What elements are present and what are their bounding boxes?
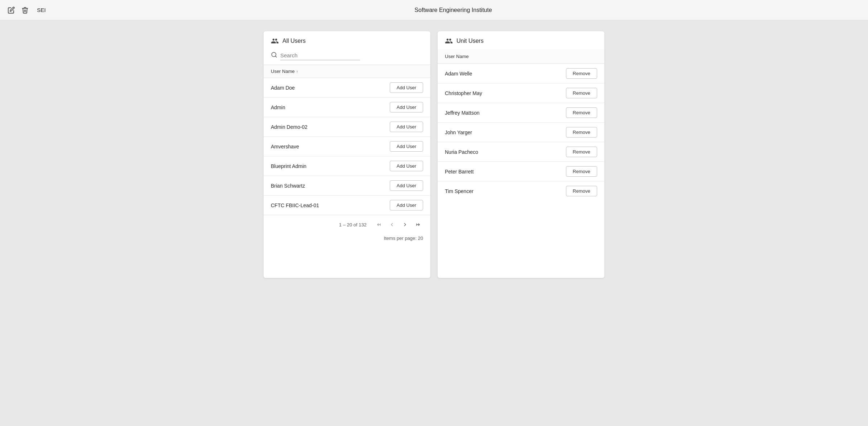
edit-icon[interactable] xyxy=(7,6,15,14)
add-user-button[interactable]: Add User xyxy=(390,200,423,210)
table-row: Amvershave Add User xyxy=(264,137,430,156)
user-name: Admin Demo-02 xyxy=(271,124,307,130)
all-users-icon xyxy=(271,37,279,45)
unit-users-panel: Unit Users User Name Adam Welle Remove C… xyxy=(438,31,604,278)
search-area xyxy=(264,49,430,65)
sort-asc-icon: ↑ xyxy=(296,69,298,74)
all-users-panel: All Users User Name ↑ Adam Doe Add User xyxy=(264,31,430,278)
user-name: Admin xyxy=(271,105,285,110)
user-name: John Yarger xyxy=(445,130,472,135)
user-name: CFTC FBIIC-Lead-01 xyxy=(271,202,319,208)
items-per-page: Items per page: 20 xyxy=(264,234,430,245)
org-label: SEI xyxy=(37,7,46,13)
add-user-button[interactable]: Add User xyxy=(390,102,423,112)
unit-users-title: Unit Users xyxy=(456,38,484,44)
table-row: Peter Barrett Remove xyxy=(438,162,604,181)
first-page-icon[interactable] xyxy=(374,220,384,230)
table-row: Brian Schwartz Add User xyxy=(264,176,430,196)
prev-page-icon[interactable] xyxy=(387,220,397,230)
next-page-icon[interactable] xyxy=(400,220,410,230)
add-user-button[interactable]: Add User xyxy=(390,122,423,132)
search-icon xyxy=(271,52,277,60)
table-row: Admin Add User xyxy=(264,98,430,117)
table-row: Admin Demo-02 Add User xyxy=(264,117,430,137)
user-name: Adam Welle xyxy=(445,71,472,77)
user-name: Christopher May xyxy=(445,90,482,96)
user-name: Amvershave xyxy=(271,144,299,149)
topbar-actions: SEI xyxy=(7,6,46,14)
table-row: Tim Spencer Remove xyxy=(438,181,604,201)
remove-user-button[interactable]: Remove xyxy=(566,107,597,118)
add-user-button[interactable]: Add User xyxy=(390,82,423,93)
add-user-button[interactable]: Add User xyxy=(390,161,423,171)
main-content: All Users User Name ↑ Adam Doe Add User xyxy=(0,20,868,289)
remove-user-button[interactable]: Remove xyxy=(566,68,597,79)
all-users-table: Adam Doe Add User Admin Add User Admin D… xyxy=(264,78,430,215)
unit-col-header: User Name xyxy=(438,49,604,64)
table-row: Adam Welle Remove xyxy=(438,64,604,83)
remove-user-button[interactable]: Remove xyxy=(566,147,597,157)
user-name: Brian Schwartz xyxy=(271,183,305,189)
page-title: Software Engineering Institute xyxy=(46,7,861,13)
user-name: Adam Doe xyxy=(271,85,295,91)
unit-users-header: Unit Users xyxy=(438,31,604,49)
add-user-button[interactable]: Add User xyxy=(390,141,423,152)
svg-line-1 xyxy=(275,56,276,57)
remove-user-button[interactable]: Remove xyxy=(566,186,597,196)
user-name: Blueprint Admin xyxy=(271,163,306,169)
username-col-header: User Name ↑ xyxy=(264,65,430,78)
table-row: Jeffrey Mattson Remove xyxy=(438,103,604,123)
table-row: John Yarger Remove xyxy=(438,123,604,142)
remove-user-button[interactable]: Remove xyxy=(566,127,597,138)
last-page-icon[interactable] xyxy=(413,220,423,230)
unit-users-icon xyxy=(445,37,453,45)
user-name: Peter Barrett xyxy=(445,169,474,175)
user-name: Tim Spencer xyxy=(445,188,474,194)
pagination-range: 1 – 20 of 132 xyxy=(339,222,367,228)
topbar: SEI Software Engineering Institute xyxy=(0,0,868,20)
table-row: Christopher May Remove xyxy=(438,83,604,103)
all-users-header: All Users xyxy=(264,31,430,49)
col-header-text: User Name ↑ xyxy=(271,69,298,74)
remove-user-button[interactable]: Remove xyxy=(566,166,597,177)
table-row: CFTC FBIIC-Lead-01 Add User xyxy=(264,196,430,215)
add-user-button[interactable]: Add User xyxy=(390,180,423,191)
table-row: Adam Doe Add User xyxy=(264,78,430,98)
search-input[interactable] xyxy=(280,51,360,60)
all-users-title: All Users xyxy=(282,38,306,44)
unit-users-table: Adam Welle Remove Christopher May Remove… xyxy=(438,64,604,201)
user-name: Jeffrey Mattson xyxy=(445,110,479,116)
table-row: Nuria Pacheco Remove xyxy=(438,142,604,162)
user-name: Nuria Pacheco xyxy=(445,149,478,155)
pagination: 1 – 20 of 132 xyxy=(264,215,430,234)
table-row: Blueprint Admin Add User xyxy=(264,156,430,176)
trash-icon[interactable] xyxy=(21,6,29,14)
remove-user-button[interactable]: Remove xyxy=(566,88,597,98)
